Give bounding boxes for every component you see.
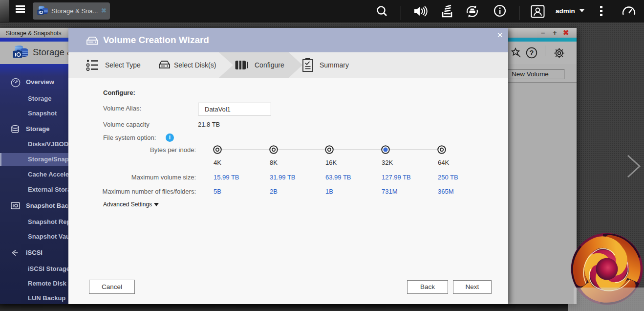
svg-text:?: ?	[530, 49, 534, 57]
